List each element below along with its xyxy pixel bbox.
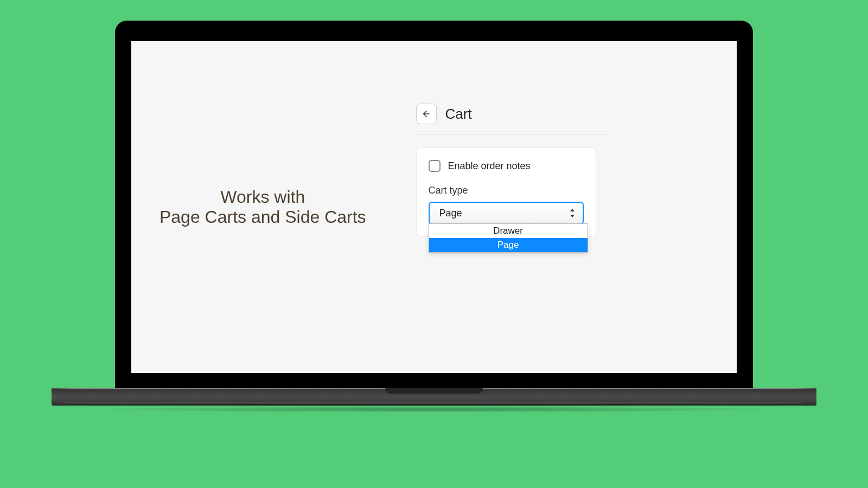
dropdown-option-page[interactable]: Page bbox=[429, 238, 588, 252]
laptop-mockup: Works with Page Carts and Side Carts bbox=[115, 21, 753, 426]
laptop-screen: Works with Page Carts and Side Carts bbox=[131, 41, 737, 373]
select-arrows-icon bbox=[570, 209, 575, 217]
laptop-base bbox=[52, 388, 816, 426]
enable-order-notes-label: Enable order notes bbox=[448, 160, 531, 172]
marketing-pane: Works with Page Carts and Side Carts bbox=[131, 41, 416, 373]
arrow-left-icon bbox=[422, 109, 431, 119]
cart-settings-card: Enable order notes Cart type Page bbox=[416, 147, 596, 237]
cart-type-dropdown: Drawer Page bbox=[429, 223, 588, 253]
marketing-line-2: Page Carts and Side Carts bbox=[159, 207, 366, 227]
enable-order-notes-row: Enable order notes bbox=[429, 160, 584, 172]
marketing-headline: Works with Page Carts and Side Carts bbox=[159, 187, 366, 227]
settings-pane: Cart Enable order notes Cart type bbox=[416, 41, 737, 373]
laptop-notch bbox=[385, 388, 483, 394]
cart-type-label: Cart type bbox=[429, 185, 584, 196]
cart-type-selected-value: Page bbox=[439, 208, 462, 219]
panel-title: Cart bbox=[445, 106, 472, 123]
cart-type-select[interactable]: Page bbox=[429, 202, 584, 224]
panel-header: Cart bbox=[416, 104, 608, 134]
laptop-shadow bbox=[81, 406, 787, 413]
back-button[interactable] bbox=[416, 104, 437, 124]
enable-order-notes-checkbox[interactable] bbox=[429, 160, 441, 172]
dropdown-option-drawer[interactable]: Drawer bbox=[429, 224, 588, 238]
laptop-bezel: Works with Page Carts and Side Carts bbox=[115, 21, 753, 388]
marketing-line-1: Works with bbox=[220, 187, 305, 207]
